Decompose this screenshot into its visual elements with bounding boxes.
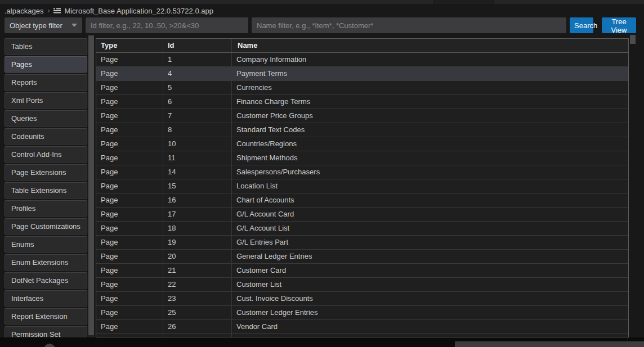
cell-name: Customer Price Groups (232, 109, 628, 123)
cell-name: Chart of Accounts (232, 193, 628, 207)
chevron-down-icon (71, 24, 77, 27)
cell-id: 14 (163, 165, 232, 179)
sidebar-item[interactable]: Page Customizations (5, 218, 87, 235)
breadcrumb-root[interactable]: .alpackages (5, 7, 43, 15)
sidebar-item[interactable]: Profiles (5, 200, 87, 217)
floating-badge (44, 344, 55, 347)
table-row[interactable]: Page 15 Location List (96, 179, 628, 193)
cell-id: 23 (163, 292, 232, 305)
table-row[interactable]: Page 20 General Ledger Entries (96, 250, 628, 264)
sidebar-item-label: Codeunits (11, 132, 44, 141)
sidebar-item[interactable]: Enums (5, 236, 87, 253)
cell-id: 21 (163, 264, 232, 277)
sidebar-item[interactable]: Table Extensions (5, 182, 87, 199)
sidebar-item[interactable]: Queries (5, 110, 87, 127)
table-row[interactable]: Page 25 Customer Ledger Entries (96, 306, 628, 320)
sidebar-item-label: Reports (11, 78, 37, 87)
object-type-filter-dropdown[interactable]: Object type filter (5, 17, 82, 33)
sidebar-scrollbar[interactable] (88, 35, 94, 337)
table-row[interactable]: Page 4 Payment Terms (96, 67, 628, 81)
cell-type: Page (96, 306, 163, 319)
breadcrumb: .alpackages › Microsoft_Base Application… (5, 4, 213, 17)
table-row[interactable]: Page 17 G/L Account Card (96, 208, 628, 222)
table-row[interactable]: Page 11 Shipment Methods (96, 151, 628, 165)
table-row[interactable]: Page 21 Customer Card (96, 264, 628, 278)
table-row[interactable]: Page 26 Vendor Card (96, 320, 628, 334)
cell-type: Page (96, 81, 163, 94)
cell-id: 20 (163, 250, 232, 263)
table-row[interactable]: Page 18 G/L Account List (96, 222, 628, 236)
table-row[interactable]: Page 10 Countries/Regions (96, 137, 628, 151)
cell-type: Page (96, 250, 163, 263)
cell-type: Page (96, 208, 163, 221)
sidebar-item[interactable]: Enum Extensions (5, 254, 87, 271)
cell-type: Page (96, 165, 163, 179)
sidebar-item-label: Report Extension (11, 312, 68, 321)
sidebar-scrollbar-thumb[interactable] (88, 35, 94, 335)
chevron-right-icon: › (47, 7, 50, 15)
cell-id: 26 (163, 320, 232, 334)
sidebar-item[interactable]: Report Extension (5, 308, 87, 325)
cell-id: 5 (163, 81, 232, 94)
sidebar-item[interactable]: Tables (5, 38, 87, 55)
sidebar-item-label: Queries (11, 114, 37, 123)
name-filter-input[interactable] (252, 17, 566, 33)
cell-id: 15 (163, 179, 232, 193)
sidebar-item-label: Permission Set (11, 330, 60, 337)
cell-name: Payment Terms (232, 67, 628, 80)
search-button[interactable]: Search (570, 17, 593, 33)
sidebar-item-label: Page Customizations (11, 222, 80, 231)
sidebar-item[interactable]: DotNet Packages (5, 272, 87, 289)
id-filter-input[interactable] (86, 17, 248, 33)
cell-id: 8 (163, 123, 232, 137)
sidebar-item[interactable]: Codeunits (5, 128, 87, 145)
object-type-sidebar: Tables Pages Reports Xml Ports Queries C… (5, 38, 87, 337)
sidebar-item[interactable]: Control Add-Ins (5, 146, 87, 163)
table-row[interactable]: Page 7 Customer Price Groups (96, 109, 628, 123)
cell-id: 22 (163, 278, 232, 291)
sidebar-item-label: Enum Extensions (11, 258, 68, 267)
tab-strip-segment (433, 0, 494, 4)
cell-id: 19 (163, 236, 232, 249)
cell-name: G/L Entries Part (232, 236, 628, 249)
table-row[interactable]: Page 1 Company Information (96, 53, 628, 67)
sidebar-item[interactable]: Reports (5, 74, 87, 91)
sidebar-item[interactable]: Xml Ports (5, 92, 87, 109)
sidebar-item-label: Table Extensions (11, 186, 66, 195)
table-row[interactable]: Page 6 Finance Charge Terms (96, 95, 628, 109)
cell-name: General Ledger Entries (232, 250, 628, 263)
table-row[interactable]: Page 22 Customer List (96, 278, 628, 292)
cell-id: 11 (163, 151, 232, 165)
column-header-type: Type (96, 39, 163, 52)
table-row[interactable]: Page 16 Chart of Accounts (96, 193, 628, 208)
table-row[interactable]: Page 23 Cust. Invoice Discounts (96, 292, 628, 306)
cell-name: Standard Text Codes (232, 123, 628, 137)
cell-name: Finance Charge Terms (232, 95, 628, 109)
horizontal-scrollbar-thumb[interactable] (455, 341, 644, 347)
cell-type: Page (96, 53, 163, 66)
cell-name: Countries/Regions (232, 137, 628, 151)
cell-name: Salespersons/Purchasers (232, 165, 628, 179)
cell-name: Company Information (232, 53, 628, 66)
table-row[interactable]: Page 19 G/L Entries Part (96, 236, 628, 250)
cell-name: Currencies (232, 81, 628, 94)
filter-bar: Object type filter Search Tree View (0, 17, 644, 33)
cell-name: Customer Ledger Entries (232, 306, 628, 319)
cell-type: Page (96, 320, 163, 334)
tree-view-button[interactable]: Tree View (602, 17, 636, 33)
table-row[interactable]: Page 8 Standard Text Codes (96, 123, 628, 137)
breadcrumb-app[interactable]: Microsoft_Base Application_22.0.53722.0.… (64, 7, 213, 15)
column-header-name: Name (232, 39, 628, 52)
cell-type: Page (96, 193, 163, 207)
sidebar-item[interactable]: Permission Set (5, 326, 87, 337)
object-table: Type Id Name Page 1 Company Information … (96, 38, 629, 337)
cell-type: Page (96, 222, 163, 235)
sidebar-item[interactable]: Pages (5, 56, 87, 73)
table-row[interactable]: Page 5 Currencies (96, 81, 628, 95)
table-scrollbar-thumb[interactable] (630, 35, 636, 44)
cell-id: 25 (163, 306, 232, 319)
table-row[interactable]: Page 14 Salespersons/Purchasers (96, 165, 628, 179)
sidebar-item[interactable]: Page Extensions (5, 164, 87, 181)
sidebar-item[interactable]: Interfaces (5, 290, 87, 307)
cell-type: Page (96, 292, 163, 305)
